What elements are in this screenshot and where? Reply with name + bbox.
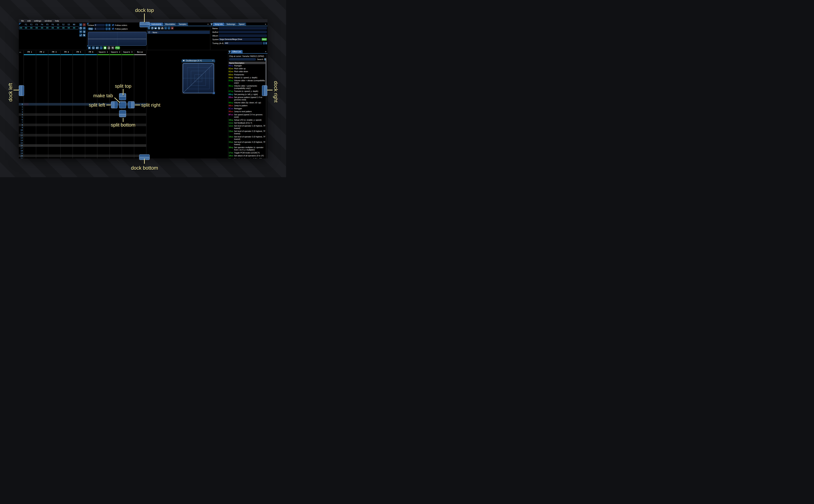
close-icon[interactable]: × (264, 50, 267, 53)
menu-edit[interactable]: edit (26, 20, 32, 22)
instrument-delete-button[interactable]: × (171, 27, 174, 29)
effect-entry-10xy[interactable]: 10xySetup LFO (x: enable; y: speed) (228, 119, 266, 121)
tab-subsongs[interactable]: Subsongs (225, 23, 237, 26)
effect-entry-0Axy[interactable]: 0AxyVolume slide (0y: down; x0: up) (228, 102, 266, 104)
album-input[interactable] (219, 34, 267, 37)
effect-entry-13xx[interactable]: 13xxSet level of operator 2 (0 highest, … (228, 130, 266, 135)
channel-header-square-1[interactable]: Square 1 (97, 51, 109, 54)
pattern-row-1[interactable]: 1 (19, 106, 146, 108)
dock-left-target[interactable] (19, 85, 24, 96)
menu-settings[interactable]: settings (32, 20, 43, 22)
close-icon[interactable]: × (212, 60, 214, 62)
order-cell[interactable]: 00 (68, 27, 70, 29)
oscilloscope-xy-titlebar[interactable]: Oscilloscope (X-Y) (181, 59, 215, 62)
column-separator[interactable] (48, 50, 48, 158)
follow-pattern-checkbox[interactable]: ✓ (112, 28, 114, 30)
tuning-minus-button[interactable]: - (263, 42, 265, 45)
order-duplicate-end-button[interactable] (83, 30, 86, 33)
instrument-tree-button[interactable] (161, 27, 164, 29)
effect-table-header[interactable]: Name Description (228, 62, 265, 64)
pattern-row-10[interactable]: 10 (19, 129, 146, 131)
effect-list-tabbar[interactable]: Effect List (231, 50, 242, 53)
effect-entry-00xy[interactable]: 00xyArpeggio (228, 64, 266, 67)
search-input[interactable] (229, 58, 256, 61)
octave-minus-button[interactable]: - (105, 24, 108, 27)
effect-entry-04xy[interactable]: 04xyVibrato (x: speed; y: depth) (228, 76, 266, 79)
effect-entry-05xy[interactable]: 05xyVolume slide + vibrato (compatibilit… (228, 79, 266, 84)
channel-header-fm-4[interactable]: FM 4 (60, 51, 73, 54)
effect-entry-08xy[interactable]: 08xySet panning (x: left; y: right) (228, 93, 266, 96)
follow-orders-label[interactable]: Follow orders (115, 24, 127, 26)
order-move-up-button[interactable] (83, 27, 86, 30)
pattern-row-0[interactable]: 0 (19, 103, 146, 106)
step-button[interactable]: Step (88, 27, 93, 30)
effect-entry-01xx[interactable]: 01xxPitch slide up (228, 67, 266, 70)
tab-samples[interactable]: Samples (177, 23, 188, 26)
order-cell[interactable]: 00 (41, 27, 43, 29)
effect-entry-11xx[interactable]: 11xxSet feedback (0 to 7) (228, 122, 266, 124)
pattern-row-19[interactable]: 19 (19, 152, 146, 155)
effect-entry-0Cxx[interactable]: 0CxxRetrigger (228, 107, 266, 110)
instrument-down-button[interactable]: ↓ (167, 27, 170, 29)
tab-song-info[interactable]: Song Info (213, 23, 224, 26)
tab-effect-list[interactable]: Effect List (231, 50, 242, 53)
channel-header-noise[interactable]: Noise (134, 51, 146, 54)
tab-instruments[interactable]: Instruments (150, 23, 163, 26)
split-bottom-target[interactable] (119, 110, 126, 117)
step-row-button[interactable]: ↓ (99, 46, 103, 49)
effect-entry-0Dxx[interactable]: 0DxxJump to next pattern (228, 110, 266, 113)
tab-wavetables[interactable]: Wavetables (163, 23, 177, 26)
instrument-save-button[interactable] (158, 27, 160, 29)
channel-header-fm-2[interactable]: FM 2 (36, 51, 48, 54)
split-left-target[interactable] (111, 101, 118, 108)
effect-entry-17xx[interactable]: 17xxToggle PCM mode (LEGACY) (228, 152, 266, 154)
record-button[interactable] (103, 46, 106, 49)
step-input[interactable]: 1 (94, 27, 105, 30)
order-duplicate-button[interactable] (79, 27, 82, 30)
order-cell[interactable]: 00 (36, 27, 38, 29)
split-right-target[interactable] (128, 101, 135, 108)
effect-entry-1Axx[interactable]: 1AxxSet attack of operator 1 (0 to 1F) (228, 158, 266, 159)
window-menu-icon[interactable] (210, 23, 213, 25)
column-separator[interactable] (60, 50, 61, 158)
pattern-row-17[interactable]: 17 (19, 147, 146, 149)
instruments-tabbar[interactable]: InstrumentsWavetablesSamples (150, 23, 188, 26)
follow-pattern-label[interactable]: Follow pattern (115, 28, 128, 30)
channel-header-fm-3[interactable]: FM 3 (48, 51, 60, 54)
play-one-row-button[interactable]: ▶ (96, 46, 99, 49)
pattern-row-12[interactable]: 12 (19, 134, 146, 137)
effect-entry-15xx[interactable]: 15xxSet level of operator 4 (0 highest, … (228, 141, 266, 146)
oscilloscope-xy-window[interactable]: Oscilloscope (X-Y) × (181, 59, 215, 94)
effect-entry-19xx[interactable]: 19xxSet attack of all operators (0 to 1F… (228, 155, 266, 157)
pattern-row-16[interactable]: 16 (19, 144, 146, 147)
pattern-row-15[interactable]: 15 (19, 142, 146, 144)
tuning-plus-button[interactable]: + (265, 42, 267, 45)
pattern-row-2[interactable]: 2 (19, 108, 146, 111)
system-select[interactable]: Sega Genesis/Mega Drive (219, 38, 261, 41)
collapse-icon[interactable] (183, 60, 185, 62)
pattern-row-18[interactable]: 18 (19, 149, 146, 152)
resize-grip-icon[interactable] (212, 92, 215, 94)
author-input[interactable] (219, 31, 267, 33)
channel-header-square-3[interactable]: Square 3 (122, 51, 134, 54)
name-input[interactable] (219, 27, 267, 30)
dock-bottom-target[interactable] (139, 154, 150, 160)
order-move-down-button[interactable] (79, 30, 82, 33)
tuning-input[interactable]: 440 (224, 42, 262, 45)
order-remove-button[interactable]: − (83, 23, 86, 26)
effect-entry-12xx[interactable]: 12xxSet level of operator 1 (0 highest, … (228, 125, 266, 130)
dock-right-target[interactable] (262, 85, 267, 96)
scrollbar-thumb[interactable] (265, 58, 266, 89)
effect-entry-02xx[interactable]: 02xxPitch slide down (228, 70, 266, 73)
order-cell[interactable]: 00 (52, 27, 54, 29)
oscilloscope-view[interactable] (88, 32, 146, 46)
order-edit-mode-button[interactable] (83, 34, 86, 37)
tab-speed[interactable]: Speed (237, 23, 246, 26)
play-from-cursor-button[interactable]: ▶ (92, 46, 95, 49)
step-plus-button[interactable]: + (108, 27, 111, 30)
effect-entry-0Bxx[interactable]: 0BxxJump to pattern (228, 104, 266, 107)
pattern-row-13[interactable]: 13 (19, 137, 146, 139)
effect-entries[interactable]: 00xyArpeggio01xxPitch slide up02xxPitch … (228, 64, 266, 158)
effect-entry-06xy[interactable]: 06xyVolume slide + portamento (compatibi… (228, 85, 266, 90)
instrument-open-button[interactable] (154, 27, 157, 29)
